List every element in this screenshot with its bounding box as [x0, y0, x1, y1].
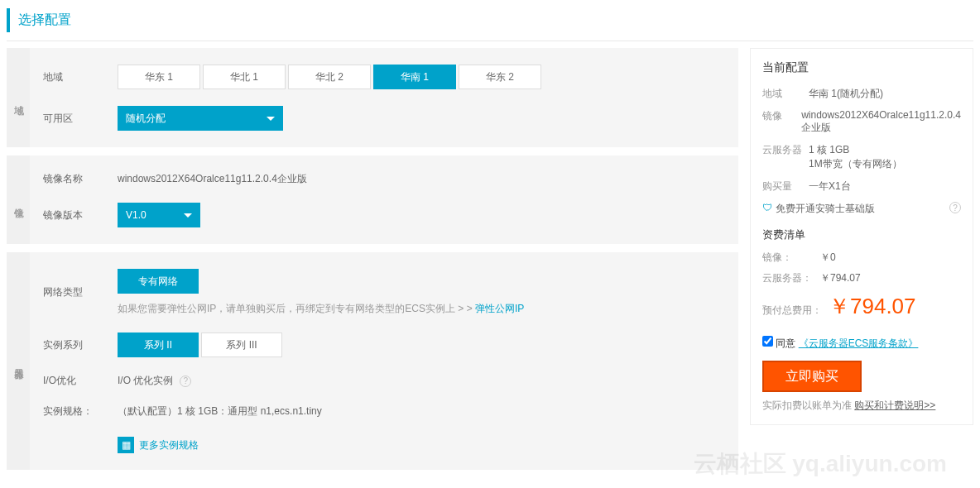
region-tab-hb2[interactable]: 华北 2 — [288, 65, 371, 89]
region-tab-hd1[interactable]: 华东 1 — [118, 65, 200, 89]
spec-value: （默认配置）1 核 1GB：通用型 n1,ecs.n1.tiny — [118, 404, 322, 419]
region-tabs: 华东 1 华北 1 华北 2 华南 1 华东 2 — [118, 65, 725, 89]
total-value: ￥794.07 — [829, 292, 916, 321]
zone-dropdown[interactable]: 随机分配 — [118, 106, 283, 131]
side-label-image: 镜像 — [7, 155, 30, 244]
free-service-text: 免费开通安骑士基础版 — [776, 202, 946, 216]
image-name-label: 镜像名称 — [43, 172, 118, 186]
side-label-region: 地域 — [7, 48, 30, 147]
cfg-server-k: 云服务器 — [762, 143, 809, 171]
region-tab-hd2[interactable]: 华东 2 — [459, 65, 541, 89]
cost-server-v: ￥794.07 — [820, 271, 861, 285]
cfg-image-k: 镜像 — [762, 109, 801, 135]
caret-down-icon — [184, 213, 192, 218]
page-title: 选择配置 — [7, 8, 973, 32]
cfg-region-k: 地域 — [762, 87, 809, 101]
buy-now-button[interactable]: 立即购买 — [762, 361, 862, 392]
billing-note-link[interactable]: 购买和计费说明>> — [854, 399, 935, 411]
cost-image-k: 镜像： — [762, 251, 820, 265]
network-type-button[interactable]: 专有网络 — [118, 269, 199, 294]
divider — [7, 41, 973, 41]
total-row: 预付总费用： ￥794.07 — [762, 292, 961, 321]
cost-server-k: 云服务器： — [762, 271, 820, 285]
cfg-region-v: 华南 1(随机分配) — [809, 87, 961, 101]
agree-checkbox[interactable] — [762, 336, 773, 347]
zone-label: 可用区 — [43, 112, 118, 126]
cfg-qty-v: 一年X1台 — [809, 179, 961, 194]
spec-label: 实例规格： — [43, 404, 118, 419]
eip-link[interactable]: 弹性公网IP — [475, 303, 524, 314]
total-label: 预付总费用： — [762, 304, 822, 318]
section-server: 云服务器 网络类型 专有网络 如果您需要弹性公网IP，请单独购买后，再绑定到专有… — [7, 252, 738, 470]
billing-note: 实际扣费以账单为准 购买和计费说明>> — [762, 399, 961, 413]
cfg-image-v: windows2012X64Oralce11g11.2.0.4企业版 — [801, 109, 961, 135]
section-image: 镜像 镜像名称 windows2012X64Oralce11g11.2.0.4企… — [7, 155, 738, 244]
zone-dropdown-value: 随机分配 — [126, 112, 166, 126]
series-tab-2[interactable]: 系列 II — [118, 333, 199, 357]
cost-image-v: ￥0 — [820, 251, 836, 265]
region-tab-hb1[interactable]: 华北 1 — [203, 65, 286, 89]
tos-link[interactable]: 《云服务器ECS服务条款》 — [799, 337, 919, 349]
region-label: 地域 — [43, 70, 118, 84]
help-icon[interactable]: ? — [949, 202, 961, 213]
image-version-label: 镜像版本 — [43, 208, 118, 222]
io-label: I/O优化 — [43, 374, 118, 388]
current-config-panel: 当前配置 地域华南 1(随机分配) 镜像windows2012X64Oralce… — [750, 48, 973, 425]
cfg-server-v: 1 核 1GB1M带宽（专有网络） — [809, 143, 961, 171]
series-tab-3[interactable]: 系列 III — [201, 333, 282, 357]
region-tab-hn1[interactable]: 华南 1 — [373, 65, 456, 89]
network-label: 网络类型 — [43, 285, 118, 299]
image-version-value: V1.0 — [126, 209, 147, 221]
io-value: I/O 优化实例 — [118, 374, 173, 388]
image-version-dropdown[interactable]: V1.0 — [118, 203, 200, 227]
current-config-title: 当前配置 — [762, 60, 961, 75]
network-hint: 如果您需要弹性公网IP，请单独购买后，再绑定到专有网络类型的ECS实例上 > >… — [118, 302, 725, 316]
side-label-server: 云服务器 — [7, 252, 30, 470]
caret-down-icon — [267, 117, 275, 121]
section-region: 地域 地域 华东 1 华北 1 华北 2 华南 1 华东 2 可用区 — [7, 48, 738, 147]
agree-label: 同意 — [776, 337, 795, 349]
help-icon[interactable]: ? — [180, 376, 191, 387]
shield-icon: 🛡 — [762, 202, 772, 216]
cfg-qty-k: 购买量 — [762, 179, 809, 194]
image-name-value: windows2012X64Oralce11g11.2.0.4企业版 — [118, 172, 307, 186]
series-label: 实例系列 — [43, 338, 118, 352]
grid-icon: ▦ — [118, 437, 134, 453]
more-spec-link[interactable]: ▦ 更多实例规格 — [118, 437, 199, 453]
cost-title: 资费清单 — [762, 227, 961, 242]
